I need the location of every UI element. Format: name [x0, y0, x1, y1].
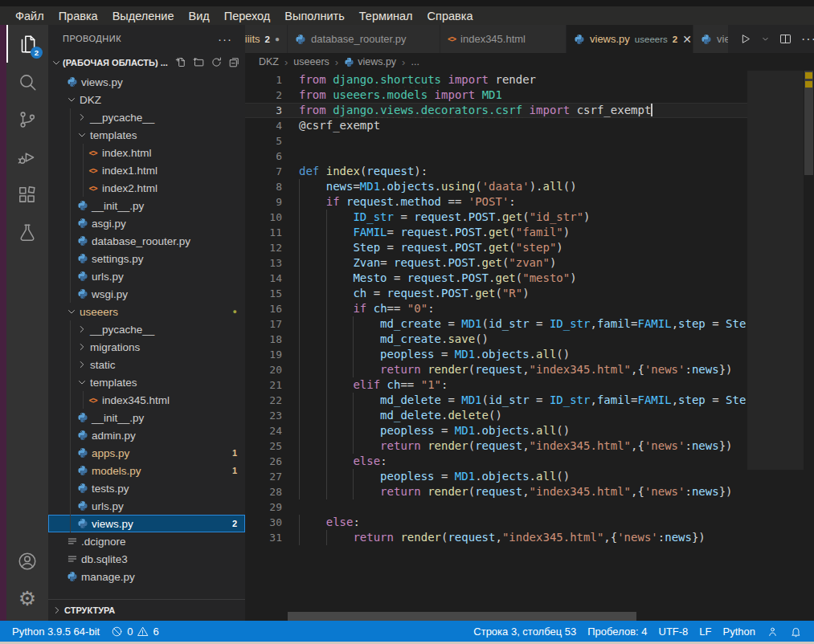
- tree-item-database_roouter.py[interactable]: database_roouter.py: [48, 232, 245, 250]
- horizontal-scrollbar-slider[interactable]: [288, 612, 636, 621]
- menu-item-0[interactable]: Файл: [8, 9, 51, 23]
- code-line-15[interactable]: 15ch = request.POST.get("R"): [245, 286, 747, 301]
- collapse-all-icon[interactable]: [228, 56, 240, 68]
- tab-index345.html[interactable]: <>index345.html: [440, 25, 567, 53]
- code-line-31[interactable]: 31return render(request,"index345.html",…: [245, 530, 747, 545]
- status-problems[interactable]: 06: [105, 626, 164, 638]
- code-line-4[interactable]: 4@csrf_exempt: [245, 118, 747, 133]
- menu-item-1[interactable]: Правка: [51, 9, 105, 23]
- tree-item-index345.html[interactable]: <>index345.html: [48, 391, 245, 409]
- code-line-16[interactable]: 16if ch== "0":: [245, 301, 747, 316]
- tree-item-__pycache__[interactable]: __pycache__: [48, 108, 245, 126]
- tree-item-apps.py[interactable]: apps.py1: [48, 444, 245, 462]
- code-line-8[interactable]: 8news=MD1.objects.using('daata').all(): [245, 179, 747, 194]
- status-feedback[interactable]: [761, 626, 784, 638]
- tree-item-DKZ[interactable]: DKZ: [48, 91, 245, 108]
- code-line-2[interactable]: 2from useeers.models import MD1: [245, 88, 747, 103]
- code-editor[interactable]: 1from django.shortcuts import render2fro…: [245, 72, 747, 545]
- code-line-13[interactable]: 13Zvan= request.POST.get("zvan"): [245, 255, 747, 271]
- breadcrumb-item[interactable]: ...: [411, 56, 419, 67]
- outline-section-header[interactable]: СТРУКТУРА: [48, 599, 245, 621]
- code-line-10[interactable]: 10ID_str = request.POST.get("id_str"): [245, 210, 747, 225]
- tree-item-index.html[interactable]: <>index.html: [48, 144, 245, 161]
- minimap[interactable]: [747, 71, 804, 621]
- tree-item-__init__.py[interactable]: __init__.py: [48, 409, 245, 426]
- activity-search-icon[interactable]: [6, 63, 48, 100]
- tree-item-urls.py[interactable]: urls.py: [48, 497, 245, 515]
- status-notifications[interactable]: [784, 626, 808, 638]
- tree-item-urls.py[interactable]: urls.py: [48, 267, 245, 285]
- code-line-30[interactable]: 30else:: [245, 515, 747, 530]
- activity-source-control-icon[interactable]: [6, 100, 48, 138]
- breadcrumb-item[interactable]: useeers: [293, 56, 329, 67]
- tree-item-useeers[interactable]: useeers●: [48, 303, 245, 320]
- code-line-26[interactable]: 26else:: [245, 454, 747, 469]
- code-line-1[interactable]: 1from django.shortcuts import render: [245, 72, 747, 88]
- status-indentation[interactable]: Пробелов: 4: [582, 626, 652, 638]
- code-line-9[interactable]: 9if request.method == 'POST':: [245, 194, 747, 210]
- code-line-11[interactable]: 11FAMIL= request.POST.get("famil"): [245, 225, 747, 240]
- code-line-28[interactable]: 28return render(request,"index345.html",…: [245, 484, 747, 499]
- code-line-20[interactable]: 20return render(request,"index345.html",…: [245, 362, 747, 377]
- run-dropdown[interactable]: [758, 35, 773, 43]
- status-eol-sequence[interactable]: LF: [693, 626, 717, 638]
- tree-item-index2.html[interactable]: <>index2.html: [48, 179, 245, 197]
- vertical-scrollbar[interactable]: [804, 71, 814, 621]
- tree-item-__pycache__[interactable]: __pycache__: [48, 320, 245, 338]
- tree-item-index1.html[interactable]: <>index1.html: [48, 161, 245, 179]
- menu-item-3[interactable]: Вид: [181, 9, 216, 23]
- tree-item-manage.py[interactable]: manage.py: [48, 568, 245, 585]
- breadcrumb[interactable]: DKZ›useeers›views.py›...: [245, 53, 814, 71]
- code-line-7[interactable]: 7def index(request):: [245, 164, 747, 179]
- tree-item-migrations[interactable]: migrations: [48, 338, 245, 356]
- tree-item-asgi.py[interactable]: asgi.py: [48, 214, 245, 232]
- activity-extensions-icon[interactable]: [6, 176, 48, 214]
- tab-database_roouter.py[interactable]: database_roouter.py: [288, 25, 440, 53]
- breadcrumb-item[interactable]: DKZ: [259, 56, 279, 67]
- code-line-25[interactable]: 25return render(request,"index345.html",…: [245, 438, 747, 454]
- code-line-27[interactable]: 27peopless = MD1.objects.all(): [245, 469, 747, 484]
- status-cursor-position[interactable]: Строка 3, столбец 53: [468, 626, 582, 638]
- activity-testing-icon[interactable]: [6, 214, 48, 251]
- tab-diiits[interactable]: diiits2●: [245, 25, 288, 53]
- code-line-23[interactable]: 23md_delete.delete(): [245, 408, 747, 423]
- code-line-18[interactable]: 18md_create.save(): [245, 332, 747, 347]
- explorer-more-actions-button[interactable]: ···: [218, 32, 232, 46]
- status-encoding[interactable]: UTF-8: [653, 626, 694, 638]
- tree-item-__init__.py[interactable]: __init__.py: [48, 197, 245, 214]
- tree-item-models.py[interactable]: models.py1: [48, 462, 245, 479]
- status-python-interpreter[interactable]: Python 3.9.5 64-bit: [6, 626, 105, 638]
- menu-item-6[interactable]: Терминал: [352, 9, 420, 23]
- tree-item-db.sqlite3[interactable]: db.sqlite3: [48, 550, 245, 568]
- menu-item-7[interactable]: Справка: [420, 9, 481, 23]
- code-line-6[interactable]: 6: [245, 149, 747, 164]
- tab-views.py[interactable]: views.pyuseeers2✕: [567, 25, 693, 53]
- more-actions-button[interactable]: ···: [798, 32, 814, 47]
- refresh-icon[interactable]: [211, 56, 223, 68]
- run-button[interactable]: [735, 32, 755, 46]
- tree-item-views.py[interactable]: views.py: [48, 73, 245, 91]
- split-editor-button[interactable]: [775, 32, 796, 46]
- menu-item-2[interactable]: Выделение: [105, 9, 182, 23]
- activity-explorer-icon[interactable]: 2: [6, 25, 48, 63]
- code-line-3[interactable]: 3from django.views.decorators.csrf impor…: [245, 103, 747, 118]
- code-line-21[interactable]: 21elif ch== "1":: [245, 377, 747, 393]
- tree-item-templates[interactable]: templates: [48, 373, 245, 391]
- code-line-22[interactable]: 22md_delete = MD1(id_str = ID_str,famil=…: [245, 393, 747, 408]
- tree-item-templates[interactable]: templates: [48, 126, 245, 144]
- code-line-14[interactable]: 14Mesto = request.POST.get("mesto"): [245, 271, 747, 286]
- tree-item-wsgi.py[interactable]: wsgi.py: [48, 285, 245, 303]
- tree-item-static[interactable]: static: [48, 356, 245, 373]
- code-line-5[interactable]: 5: [245, 133, 747, 149]
- tree-item-admin.py[interactable]: admin.py: [48, 426, 245, 444]
- code-line-17[interactable]: 17md_create = MD1(id_str = ID_str,famil=…: [245, 316, 747, 332]
- close-icon[interactable]: ✕: [682, 33, 692, 46]
- menu-item-5[interactable]: Выполнить: [277, 9, 351, 23]
- activity-settings-gear-icon[interactable]: ⚙: [6, 580, 48, 618]
- tree-item-views.py[interactable]: views.py2: [48, 515, 245, 532]
- activity-account-icon[interactable]: [6, 542, 48, 580]
- code-line-29[interactable]: 29: [245, 499, 747, 515]
- new-folder-icon[interactable]: [193, 56, 205, 68]
- activity-run-debug-icon[interactable]: [6, 138, 48, 176]
- code-line-12[interactable]: 12Step = request.POST.get("step"): [245, 240, 747, 255]
